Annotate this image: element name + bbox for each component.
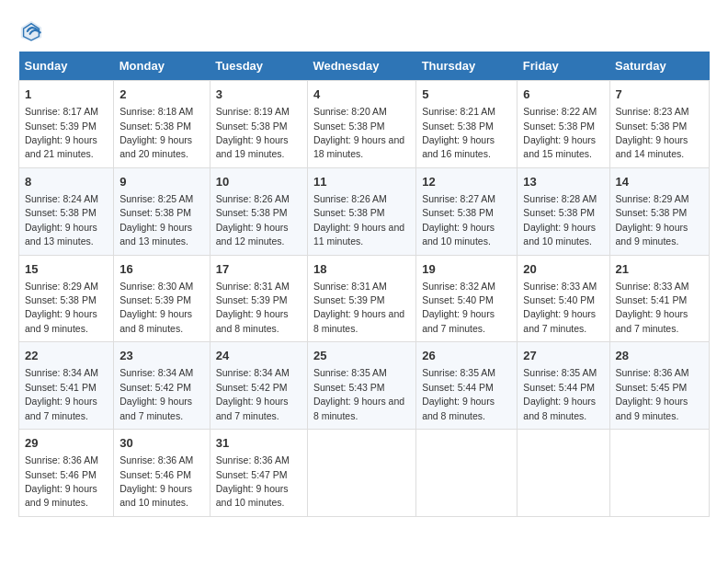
day-cell: 19 Sunrise: 8:32 AMSunset: 5:40 PMDaylig… [416, 255, 518, 342]
day-cell: 9 Sunrise: 8:25 AMSunset: 5:38 PMDayligh… [114, 167, 210, 255]
day-cell: 30 Sunrise: 8:36 AMSunset: 5:46 PMDaylig… [114, 430, 210, 517]
day-number: 9 [119, 174, 204, 190]
day-number: 3 [216, 86, 301, 103]
cell-content: Sunrise: 8:34 AMSunset: 5:41 PMDaylight:… [25, 367, 98, 420]
day-number: 2 [119, 86, 204, 103]
logo-icon [18, 18, 44, 44]
cell-content: Sunrise: 8:17 AMSunset: 5:39 PMDaylight:… [25, 106, 98, 159]
day-number: 19 [422, 261, 511, 278]
cell-content: Sunrise: 8:29 AMSunset: 5:38 PMDaylight:… [25, 281, 98, 334]
day-cell: 31 Sunrise: 8:36 AMSunset: 5:47 PMDaylig… [210, 430, 307, 517]
week-row: 1 Sunrise: 8:17 AMSunset: 5:39 PMDayligh… [19, 81, 710, 168]
cell-content: Sunrise: 8:35 AMSunset: 5:43 PMDaylight:… [313, 367, 404, 420]
week-row: 15 Sunrise: 8:29 AMSunset: 5:38 PMDaylig… [19, 255, 710, 342]
day-cell: 18 Sunrise: 8:31 AMSunset: 5:39 PMDaylig… [307, 255, 415, 342]
day-number: 31 [216, 435, 301, 452]
calendar-table: SundayMondayTuesdayWednesdayThursdayFrid… [18, 52, 710, 517]
header [18, 18, 710, 44]
cell-content: Sunrise: 8:36 AMSunset: 5:47 PMDaylight:… [216, 454, 290, 508]
cell-content: Sunrise: 8:35 AMSunset: 5:44 PMDaylight:… [523, 367, 597, 420]
col-header-sunday: Sunday [19, 52, 114, 81]
day-cell: 12 Sunrise: 8:27 AMSunset: 5:38 PMDaylig… [416, 167, 518, 255]
cell-content: Sunrise: 8:26 AMSunset: 5:38 PMDaylight:… [216, 193, 290, 247]
day-cell: 28 Sunrise: 8:36 AMSunset: 5:45 PMDaylig… [609, 342, 710, 430]
day-number: 27 [523, 348, 603, 364]
col-header-saturday: Saturday [609, 52, 710, 81]
day-number: 14 [616, 174, 704, 190]
day-number: 10 [216, 174, 301, 190]
cell-content: Sunrise: 8:30 AMSunset: 5:39 PMDaylight:… [119, 281, 193, 334]
day-number: 12 [422, 174, 511, 190]
day-number: 20 [523, 261, 603, 278]
day-number: 7 [616, 86, 704, 103]
cell-content: Sunrise: 8:21 AMSunset: 5:38 PMDaylight:… [422, 106, 495, 159]
day-cell: 15 Sunrise: 8:29 AMSunset: 5:38 PMDaylig… [19, 255, 114, 342]
cell-content: Sunrise: 8:27 AMSunset: 5:38 PMDaylight:… [422, 193, 495, 247]
day-cell [307, 430, 415, 517]
cell-content: Sunrise: 8:35 AMSunset: 5:44 PMDaylight:… [422, 367, 495, 420]
col-header-thursday: Thursday [416, 52, 518, 81]
day-cell: 21 Sunrise: 8:33 AMSunset: 5:41 PMDaylig… [609, 255, 710, 342]
day-cell: 7 Sunrise: 8:23 AMSunset: 5:38 PMDayligh… [609, 81, 710, 168]
day-number: 15 [25, 261, 108, 278]
day-number: 29 [25, 435, 108, 452]
day-cell: 27 Sunrise: 8:35 AMSunset: 5:44 PMDaylig… [518, 342, 609, 430]
day-number: 24 [216, 348, 301, 364]
cell-content: Sunrise: 8:23 AMSunset: 5:38 PMDaylight:… [616, 106, 689, 159]
day-number: 28 [616, 348, 704, 364]
day-number: 25 [313, 348, 410, 364]
day-cell: 25 Sunrise: 8:35 AMSunset: 5:43 PMDaylig… [307, 342, 415, 430]
cell-content: Sunrise: 8:34 AMSunset: 5:42 PMDaylight:… [216, 367, 290, 420]
day-cell: 8 Sunrise: 8:24 AMSunset: 5:38 PMDayligh… [19, 167, 114, 255]
cell-content: Sunrise: 8:36 AMSunset: 5:45 PMDaylight:… [616, 367, 689, 420]
col-header-wednesday: Wednesday [307, 52, 415, 81]
day-cell: 10 Sunrise: 8:26 AMSunset: 5:38 PMDaylig… [210, 167, 307, 255]
day-cell [518, 430, 609, 517]
week-row: 29 Sunrise: 8:36 AMSunset: 5:46 PMDaylig… [19, 430, 710, 517]
header-row: SundayMondayTuesdayWednesdayThursdayFrid… [19, 52, 710, 81]
day-cell: 11 Sunrise: 8:26 AMSunset: 5:38 PMDaylig… [307, 167, 415, 255]
day-number: 26 [422, 348, 511, 364]
cell-content: Sunrise: 8:33 AMSunset: 5:40 PMDaylight:… [523, 281, 597, 334]
day-number: 6 [523, 86, 603, 103]
cell-content: Sunrise: 8:24 AMSunset: 5:38 PMDaylight:… [25, 193, 98, 247]
cell-content: Sunrise: 8:36 AMSunset: 5:46 PMDaylight:… [119, 454, 193, 508]
cell-content: Sunrise: 8:33 AMSunset: 5:41 PMDaylight:… [616, 281, 689, 334]
col-header-friday: Friday [518, 52, 609, 81]
week-row: 8 Sunrise: 8:24 AMSunset: 5:38 PMDayligh… [19, 167, 710, 255]
cell-content: Sunrise: 8:34 AMSunset: 5:42 PMDaylight:… [119, 367, 193, 420]
day-cell: 3 Sunrise: 8:19 AMSunset: 5:38 PMDayligh… [210, 81, 307, 168]
day-cell: 24 Sunrise: 8:34 AMSunset: 5:42 PMDaylig… [210, 342, 307, 430]
day-cell: 13 Sunrise: 8:28 AMSunset: 5:38 PMDaylig… [518, 167, 609, 255]
cell-content: Sunrise: 8:20 AMSunset: 5:38 PMDaylight:… [313, 106, 404, 159]
day-cell: 4 Sunrise: 8:20 AMSunset: 5:38 PMDayligh… [307, 81, 415, 168]
day-number: 16 [119, 261, 204, 278]
day-number: 13 [523, 174, 603, 190]
day-cell: 5 Sunrise: 8:21 AMSunset: 5:38 PMDayligh… [416, 81, 518, 168]
day-number: 1 [25, 86, 108, 103]
cell-content: Sunrise: 8:36 AMSunset: 5:46 PMDaylight:… [25, 454, 98, 508]
day-cell [609, 430, 710, 517]
col-header-monday: Monday [114, 52, 210, 81]
day-number: 23 [119, 348, 204, 364]
logo [18, 18, 48, 44]
day-cell: 26 Sunrise: 8:35 AMSunset: 5:44 PMDaylig… [416, 342, 518, 430]
cell-content: Sunrise: 8:26 AMSunset: 5:38 PMDaylight:… [313, 193, 404, 247]
day-number: 30 [119, 435, 204, 452]
cell-content: Sunrise: 8:31 AMSunset: 5:39 PMDaylight:… [216, 281, 290, 334]
day-cell: 17 Sunrise: 8:31 AMSunset: 5:39 PMDaylig… [210, 255, 307, 342]
week-row: 22 Sunrise: 8:34 AMSunset: 5:41 PMDaylig… [19, 342, 710, 430]
cell-content: Sunrise: 8:32 AMSunset: 5:40 PMDaylight:… [422, 281, 495, 334]
cell-content: Sunrise: 8:31 AMSunset: 5:39 PMDaylight:… [313, 281, 404, 334]
day-number: 17 [216, 261, 301, 278]
day-number: 18 [313, 261, 410, 278]
day-cell: 6 Sunrise: 8:22 AMSunset: 5:38 PMDayligh… [518, 81, 609, 168]
day-number: 8 [25, 174, 108, 190]
cell-content: Sunrise: 8:18 AMSunset: 5:38 PMDaylight:… [119, 106, 193, 159]
day-cell: 1 Sunrise: 8:17 AMSunset: 5:39 PMDayligh… [19, 81, 114, 168]
cell-content: Sunrise: 8:19 AMSunset: 5:38 PMDaylight:… [216, 106, 290, 159]
day-cell: 22 Sunrise: 8:34 AMSunset: 5:41 PMDaylig… [19, 342, 114, 430]
day-number: 4 [313, 86, 410, 103]
day-cell: 14 Sunrise: 8:29 AMSunset: 5:38 PMDaylig… [609, 167, 710, 255]
cell-content: Sunrise: 8:22 AMSunset: 5:38 PMDaylight:… [523, 106, 597, 159]
